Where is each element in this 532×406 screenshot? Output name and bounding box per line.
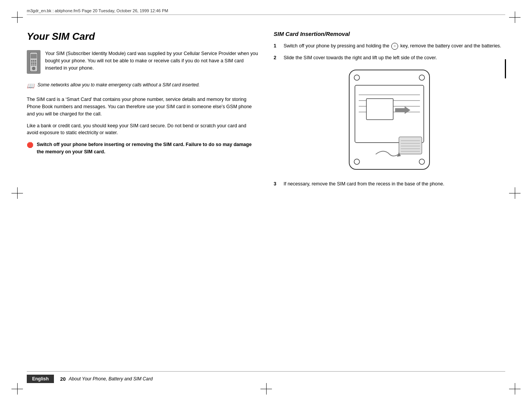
step-3: 3 If necessary, remove the SIM card from… xyxy=(274,180,506,188)
step-2-text: Slide the SIM cover towards the right an… xyxy=(284,54,506,62)
svg-rect-2 xyxy=(31,60,33,61)
page-title: Your SIM Card xyxy=(27,31,259,42)
note-icon: 📖 xyxy=(27,81,34,91)
svg-rect-12 xyxy=(33,65,34,65)
page-number: 20 xyxy=(60,376,65,382)
crosshair-top-left xyxy=(11,11,23,23)
step-2: 2 Slide the SIM cover towards the right … xyxy=(274,54,506,62)
left-column: Your SIM Card xyxy=(27,27,259,372)
right-column: SIM Card Insertion/Removal 1 Switch off … xyxy=(274,27,506,372)
svg-point-16 xyxy=(354,75,360,80)
svg-rect-5 xyxy=(31,62,33,62)
section-title: About Your Phone, Battery and SIM Card xyxy=(69,376,153,382)
step-1-text: Switch off your phone by pressing and ho… xyxy=(284,42,506,50)
svg-rect-6 xyxy=(33,62,34,62)
step-1: 1 Switch off your phone by pressing and … xyxy=(274,42,506,50)
crosshair-bottom-mid xyxy=(260,383,272,395)
warning-block: 🛑 Switch off your phone before inserting… xyxy=(27,141,259,156)
step-2-number: 2 xyxy=(274,54,280,62)
power-key-icon: ○ xyxy=(391,43,398,50)
warning-text: Switch off your phone before inserting o… xyxy=(37,141,259,156)
svg-rect-8 xyxy=(31,63,33,64)
security-paragraph: Like a bank or credit card, you should k… xyxy=(27,122,259,137)
section-heading: SIM Card Insertion/Removal xyxy=(274,31,506,37)
svg-rect-4 xyxy=(35,60,36,61)
intro-section: Your SIM (Subscriber Identity Module) ca… xyxy=(27,50,259,76)
svg-point-14 xyxy=(32,67,35,70)
footer: English 20 About Your Phone, Battery and… xyxy=(27,371,505,383)
svg-rect-10 xyxy=(35,63,36,64)
svg-rect-25 xyxy=(366,99,393,120)
svg-point-18 xyxy=(354,159,360,164)
main-content: Your SIM Card xyxy=(27,27,505,372)
phone-icon xyxy=(27,50,41,74)
svg-rect-9 xyxy=(33,63,34,64)
header-text: m3gdr_en.bk : abtphone.fm5 Page 20 Tuesd… xyxy=(27,8,505,15)
svg-rect-1 xyxy=(31,54,37,58)
crosshair-mid-right xyxy=(509,187,521,199)
note-text: Some networks allow you to make emergenc… xyxy=(37,81,200,88)
svg-point-17 xyxy=(419,75,425,80)
svg-rect-13 xyxy=(35,65,36,65)
language-label: English xyxy=(27,375,54,383)
step-3-text: If necessary, remove the SIM card from t… xyxy=(284,180,506,188)
crosshair-bottom-left xyxy=(11,383,23,395)
step-3-number: 3 xyxy=(274,180,280,188)
crosshair-mid-left xyxy=(11,187,23,199)
svg-rect-11 xyxy=(31,65,33,65)
page: m3gdr_en.bk : abtphone.fm5 Page 20 Tuesd… xyxy=(0,0,532,406)
step-1-number: 1 xyxy=(274,42,280,50)
note-block: 📖 Some networks allow you to make emerge… xyxy=(27,81,259,91)
warning-icon: 🛑 xyxy=(27,141,34,149)
svg-rect-7 xyxy=(35,62,36,62)
phone-back-diagram xyxy=(345,66,433,174)
svg-point-19 xyxy=(419,159,425,164)
crosshair-bottom-right xyxy=(509,383,521,395)
crosshair-top-right xyxy=(509,11,521,23)
smartcard-paragraph: The SIM card is a ‘Smart Card’ that cont… xyxy=(27,96,259,117)
intro-paragraph: Your SIM (Subscriber Identity Module) ca… xyxy=(45,50,259,71)
svg-rect-3 xyxy=(33,60,34,61)
